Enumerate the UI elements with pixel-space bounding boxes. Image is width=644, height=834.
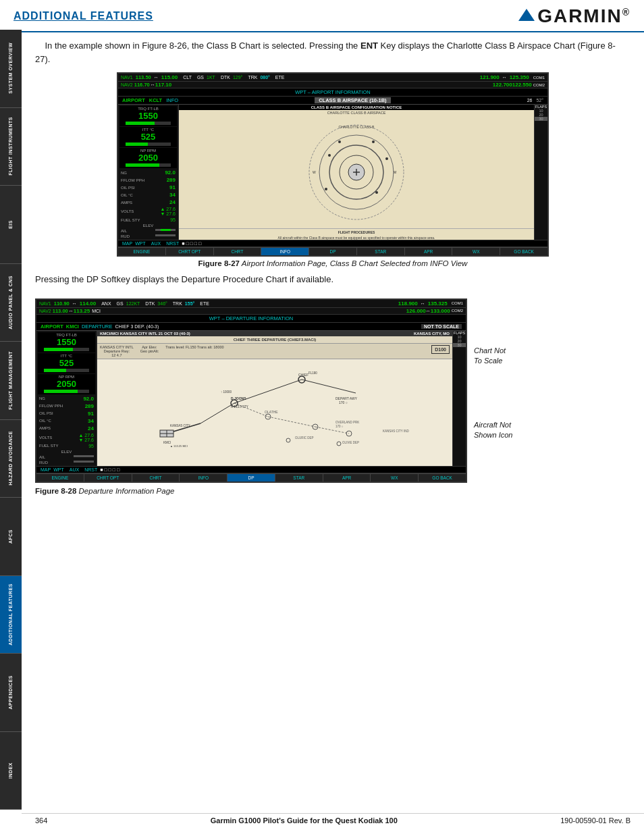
svg-text:170 ○: 170 ○ <box>336 425 344 428</box>
softkey-star-2[interactable]: STAR <box>275 474 323 481</box>
map-bar-2: MAP WPT AUX NRST ■ □ □ □ □ <box>36 466 466 473</box>
svg-text:OLATHE: OLATHE <box>265 410 278 414</box>
sidebar-label-eis: EIS <box>8 220 14 229</box>
svg-rect-16 <box>99 359 450 447</box>
svg-text:W: W <box>313 170 316 174</box>
figure-27-caption: Figure 8-27 Airport Information Page, Cl… <box>35 259 630 267</box>
sidebar-item-hazard[interactable]: HAZARD AVOIDANCE <box>0 420 22 498</box>
softkey-chrt-2[interactable]: CHRT <box>132 474 180 481</box>
svg-text:▲ 113.25 MCI: ▲ 113.25 MCI <box>170 444 188 447</box>
sidebar-label-audio-panel: AUDIO PANEL & CNS <box>8 276 14 330</box>
flaps-panel-2: FLAPS 10 20 30 <box>452 331 466 466</box>
class-b-chart-svg: CHARLOTTE CLASS B M W <box>289 118 424 223</box>
sidebar-label-flight-mgmt: FLIGHT MANAGEMENT <box>8 351 14 410</box>
engine-gauges-1: TRQ FT-LB 1550 ITT °C 525 <box>118 105 179 240</box>
sidebar-item-audio-panel[interactable]: AUDIO PANEL & CNS <box>0 264 22 342</box>
svg-text:D JOONS: D JOONS <box>231 396 246 400</box>
intro-paragraph: In the example shown in Figure 8-26, the… <box>35 39 630 66</box>
figure-28-caption: Figure 8-28 Departure Information Page <box>35 487 467 495</box>
sidebar-label-flight-instruments: FLIGHT INSTRUMENTS <box>8 117 14 176</box>
svg-text:KANSAS CITY: KANSAS CITY <box>170 424 190 427</box>
svg-point-10 <box>325 188 327 190</box>
chart-area-1: FLAPS 10 20 30 CLASS B AIRSPACE CONFIGUR… <box>179 105 547 240</box>
softkey-chrt-opt-2[interactable]: CHRT OPT <box>84 474 132 481</box>
svg-text:↑ 10000: ↑ 10000 <box>221 390 232 394</box>
softkey-apr-2[interactable]: APR <box>323 474 371 481</box>
svg-text:R 113.5 STY: R 113.5 STY <box>231 405 248 409</box>
sidebar-item-eis[interactable]: EIS <box>0 186 22 264</box>
status-bar-1: NAV1 113.50 ↔ 115.00 CLT GS 1KT DTK 129°… <box>118 74 547 82</box>
softkey-goback-1[interactable]: GO BACK <box>500 248 547 255</box>
sidebar-item-appendices[interactable]: APPENDICES <box>0 654 22 732</box>
airport-bar-2: AIRPORT KMCI DEPARTURE CHIEF 3 DEP. (40-… <box>36 323 466 331</box>
svg-text:170 ○: 170 ○ <box>339 400 348 405</box>
svg-text:OLIVIE DEP: OLIVIE DEP <box>342 441 359 444</box>
annotation-chart-not-to-scale: Chart Not To Scale <box>474 346 565 367</box>
avionics-screen-1: NAV1 113.50 ↔ 115.00 CLT GS 1KT DTK 129°… <box>117 72 549 257</box>
sidebar-label-additional: ADDITIONAL FEATURES <box>8 583 14 646</box>
chart-area-2: FLAPS 10 20 30 ✕ KMC <box>97 331 466 466</box>
footer-doc-title: Garmin G1000 Pilot's Guide for the Quest… <box>211 816 398 825</box>
svg-text:OVERLAND PRK: OVERLAND PRK <box>336 421 359 424</box>
left-sidebar: SYSTEM OVERVIEW FLIGHT INSTRUMENTS EIS A… <box>0 30 22 810</box>
sidebar-item-flight-mgmt[interactable]: FLIGHT MANAGEMENT <box>0 342 22 420</box>
main-content: In the example shown in Figure 8-26, the… <box>22 32 644 510</box>
page-header: ADDITIONAL FEATURES GARMIN® <box>0 0 644 32</box>
sidebar-item-index[interactable]: INDEX <box>0 732 22 810</box>
page-footer: 364 Garmin G1000 Pilot's Guide for the Q… <box>22 813 644 827</box>
softkey-info-2[interactable]: INFO <box>180 474 227 481</box>
airport-bar-1: AIRPORT KCLT INFO CLASS B AIRSPACE (10-1… <box>118 97 547 105</box>
status-bar-1b: NAV2 116.70 ↔ 117.10 122.700 122.550 COM… <box>118 82 547 88</box>
svg-text:KANSAS CITY IND: KANSAS CITY IND <box>383 429 409 433</box>
softkey-info-1[interactable]: INFO <box>261 248 309 255</box>
wpt-bar-1: WPT – AIRPORT INFORMATION <box>118 88 547 97</box>
sidebar-item-flight-instruments[interactable]: FLIGHT INSTRUMENTS <box>0 108 22 186</box>
main-panel-1: TRQ FT-LB 1550 ITT °C 525 <box>118 105 547 240</box>
figure-28-container: NAV1 110.90 ↔ 114.00 ANX GS 122KT DTK 34… <box>35 298 467 483</box>
softkey-engine-2[interactable]: ENGINE <box>36 474 84 481</box>
figure-28-wrapper: NAV1 110.90 ↔ 114.00 ANX GS 122KT DTK 34… <box>35 292 467 495</box>
softkey-engine-1[interactable]: ENGINE <box>118 248 166 255</box>
flaps-panel-1: FLAPS 10 20 30 <box>534 105 547 240</box>
map-bar-1: MAP WPT AUX NRST ■ □ □ □ □ <box>118 240 547 247</box>
departure-chart-svg: D JOONS R 113.5 STY CHIEF OLATHE KANSAS … <box>97 359 452 447</box>
softkey-star-1[interactable]: STAR <box>357 248 405 255</box>
svg-point-12 <box>372 140 375 143</box>
svg-point-7 <box>328 154 331 157</box>
sidebar-label-index: INDEX <box>8 762 14 779</box>
engine-gauges-2: TRQ FT-LB 1550 ITT °C 525 <box>36 331 97 466</box>
softkey-wx-1[interactable]: WX <box>452 248 500 255</box>
status-bar-2: NAV1 110.90 ↔ 114.00 ANX GS 122KT DTK 34… <box>36 300 466 308</box>
softkey-dp-1[interactable]: DP <box>309 248 357 255</box>
pressing-dp-text: Pressing the DP Softkey displays the Dep… <box>35 273 630 286</box>
main-panel-2: TRQ FT-LB 1550 ITT °C 525 <box>36 331 466 466</box>
svg-point-11 <box>338 140 341 143</box>
brand-name: GARMIN® <box>537 5 630 27</box>
footer-doc-ref: 190-00590-01 Rev. B <box>560 816 630 825</box>
svg-point-8 <box>385 157 388 160</box>
sidebar-label-appendices: APPENDICES <box>8 675 14 710</box>
sidebar-label-afcs: AFCS <box>8 529 14 544</box>
softkey-chrt-1[interactable]: CHRT <box>214 248 262 255</box>
garmin-logo: GARMIN® <box>518 5 630 27</box>
figure-27-container: NAV1 113.50 ↔ 115.00 CLT GS 1KT DTK 129°… <box>35 72 630 267</box>
softkey-goback-2[interactable]: GO BACK <box>419 474 466 481</box>
status-bar-2b: NAV2 113.00 ↔ 113.25 MCI 126.000 ↔ 133.0… <box>36 308 466 315</box>
softkeys-1: ENGINE CHRT OPT CHRT INFO DP STAR APR WX… <box>118 247 547 255</box>
footer-page-number: 364 <box>35 816 47 825</box>
sidebar-label-hazard: HAZARD AVOIDANCE <box>8 431 14 486</box>
svg-text:CHARLOTTE CLASS B: CHARLOTTE CLASS B <box>339 125 375 129</box>
garmin-triangle-icon <box>518 9 535 21</box>
svg-text:FL190: FL190 <box>308 371 317 375</box>
softkey-wx-2[interactable]: WX <box>371 474 419 481</box>
avionics-screen-2: NAV1 110.90 ↔ 114.00 ANX GS 122KT DTK 34… <box>35 298 467 483</box>
softkey-apr-1[interactable]: APR <box>405 248 453 255</box>
svg-text:CHIEF: CHIEF <box>298 373 308 377</box>
softkeys-2: ENGINE CHRT OPT CHRT INFO DP STAR APR WX… <box>36 473 466 481</box>
softkey-chrt-opt-1[interactable]: CHRT OPT <box>166 248 214 255</box>
sidebar-item-system-overview[interactable]: SYSTEM OVERVIEW <box>0 30 22 108</box>
sidebar-item-additional[interactable]: ADDITIONAL FEATURES <box>0 576 22 654</box>
svg-text:M: M <box>394 170 396 174</box>
softkey-dp-2[interactable]: DP <box>227 474 275 481</box>
sidebar-item-afcs[interactable]: AFCS <box>0 498 22 576</box>
